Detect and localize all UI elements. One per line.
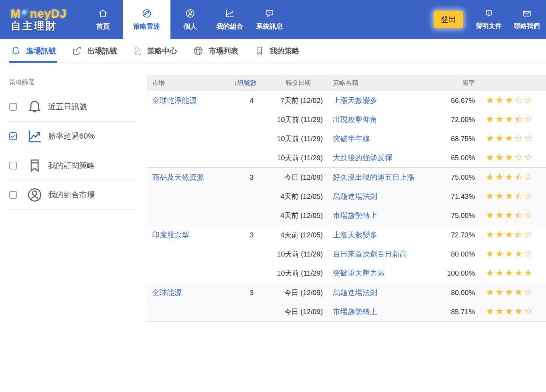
filter-sidebar: 策略篩選 近五日訊號勝率超過60%我的訂閱策略我的組合市場: [0, 63, 135, 210]
star-rating: ★★★☆☆: [485, 133, 546, 144]
star-full-icon: ★: [485, 268, 495, 278]
filter-line-chart: 勝率超過60%: [9, 122, 135, 151]
strategy-link[interactable]: 出現攻擊仰角: [333, 115, 377, 123]
filter-checkbox[interactable]: [9, 103, 17, 111]
table-row: 10天前 (11/29)大跌後的強勢反彈65.00%★★★☆☆: [147, 148, 546, 167]
market-group: 商品及天然資源3今日 (12/09)好久沒出現的連五日上漲75.00%★★★☆★…: [147, 168, 546, 225]
win-rate: 75.00%: [425, 212, 475, 220]
strategy-link[interactable]: 上漲天數變多: [333, 96, 377, 104]
globe-icon: [193, 45, 204, 56]
market-link[interactable]: 印度股票型: [152, 231, 189, 239]
star-full-icon: ★: [514, 249, 523, 259]
win-rate: 75.00%: [425, 173, 475, 181]
col-header-market: 市場: [147, 79, 225, 87]
brand-logo[interactable]: MneyDJ 自主理財: [0, 0, 83, 39]
strategy-link[interactable]: 突破半年線: [333, 134, 370, 143]
col-header-signals-sort[interactable]: ↓訊號數: [225, 79, 256, 87]
top-header: MneyDJ 自主理財 首頁策略雷達個人我的組合系統訊息 登出 聲明文件: [0, 0, 546, 39]
star-empty-icon: ☆: [523, 191, 533, 202]
star-full-icon: ★: [485, 172, 495, 183]
info-bubble-icon: [484, 9, 494, 19]
star-half-icon: ☆★: [514, 172, 523, 183]
signals-table: 市場 ↓訊號數 觸發日期 策略名稱 勝率 全球乾淨能源47天前 (12/02)上…: [147, 75, 546, 322]
logout-button[interactable]: 登出: [434, 11, 463, 28]
win-rate: 85.71%: [425, 308, 475, 316]
filter-label: 我的訂閱策略: [48, 160, 95, 171]
subnav-bell[interactable]: 進場訊號: [9, 39, 57, 63]
bookmark-tag-icon: [25, 156, 44, 175]
table-row: 4天前 (12/05)市場趨勢轉上75.00%★★★☆★☆: [147, 206, 546, 225]
filter-checkbox[interactable]: [9, 162, 17, 169]
star-full-icon: ★: [485, 306, 495, 317]
market-link[interactable]: 商品及天然資源: [152, 173, 204, 181]
top-nav-home[interactable]: 首頁: [83, 0, 123, 39]
trigger-date: 10天前 (11/29): [256, 134, 323, 144]
subnav-knight[interactable]: ♘策略中心: [132, 39, 178, 63]
star-full-icon: ★: [504, 268, 514, 278]
strategy-link[interactable]: 烏龜進場法則: [333, 288, 377, 296]
table-row: 今日 (12/09)市場趨勢轉上85.71%★★★★☆: [147, 302, 546, 321]
signal-count: 3: [225, 289, 256, 297]
top-nav-radar[interactable]: 策略雷達: [123, 0, 170, 39]
top-nav-message[interactable]: 系統訊息: [250, 0, 289, 39]
star-empty-icon: ☆: [523, 306, 533, 317]
star-full-icon: ★: [495, 152, 504, 163]
trigger-date: 10天前 (11/29): [256, 115, 323, 125]
star-full-icon: ★: [514, 306, 523, 317]
star-rating: ★★★☆★☆: [485, 172, 546, 183]
win-rate: 72.73%: [425, 231, 475, 239]
win-rate: 72.00%: [425, 116, 475, 124]
star-full-icon: ★: [485, 287, 495, 298]
strategy-link[interactable]: 突破重大壓力區: [333, 269, 385, 277]
strategy-link[interactable]: 上漲天數變多: [333, 231, 377, 239]
strategy-link[interactable]: 烏龜進場法則: [333, 192, 377, 200]
contact-us-button[interactable]: 聯絡我們: [514, 9, 540, 30]
star-rating: ★★★☆★☆: [485, 191, 546, 202]
star-rating: ★★★☆★☆: [485, 230, 546, 240]
strategy-link[interactable]: 市場趨勢轉上: [333, 307, 377, 316]
bookmark-icon: [254, 45, 265, 56]
top-nav-person[interactable]: 個人: [170, 0, 210, 39]
table-row: 全球乾淨能源47天前 (12/02)上漲天數變多66.67%★★★☆☆: [147, 91, 546, 110]
market-link[interactable]: 全球能源: [152, 288, 182, 296]
trigger-date: 4天前 (12/05): [256, 192, 323, 201]
trigger-date: 今日 (12/09): [256, 173, 323, 182]
home-icon: [98, 8, 108, 19]
strategy-link[interactable]: 好久沒出現的連五日上漲: [333, 173, 414, 181]
subnav-label: 我的策略: [270, 46, 300, 56]
statement-docs-button[interactable]: 聲明文件: [476, 9, 501, 30]
star-full-icon: ★: [504, 133, 514, 144]
strategy-link[interactable]: 大跌後的強勢反彈: [333, 154, 392, 162]
trigger-date: 10天前 (11/29): [256, 153, 323, 163]
subnav-bookmark[interactable]: 我的策略: [253, 39, 301, 63]
star-empty-icon: ☆: [523, 230, 533, 240]
filter-label: 我的組合市場: [48, 190, 95, 200]
subnav-globe[interactable]: 市場列表: [192, 39, 239, 63]
star-full-icon: ★: [514, 268, 523, 278]
star-empty-icon: ☆: [523, 95, 533, 106]
star-full-icon: ★: [504, 210, 514, 221]
line-chart-icon: [25, 127, 44, 145]
subnav-exit-signal[interactable]: 出場訊號: [70, 39, 118, 63]
portfolio-chart-icon: [225, 8, 235, 19]
bell-icon: [10, 45, 21, 56]
market-link[interactable]: 全球乾淨能源: [152, 96, 197, 104]
star-full-icon: ★: [485, 210, 495, 221]
brand-subtitle: 自主理財: [11, 21, 83, 31]
market-group: 全球乾淨能源47天前 (12/02)上漲天數變多66.67%★★★☆☆10天前 …: [147, 91, 546, 168]
star-full-icon: ★: [523, 268, 533, 278]
col-header-strategy: 策略名稱: [323, 79, 425, 87]
strategy-link[interactable]: 百日來首次創百日新高: [333, 250, 407, 258]
top-nav-label: 個人: [184, 22, 197, 31]
star-full-icon: ★: [504, 306, 514, 317]
trigger-date: 10天前 (11/29): [256, 269, 323, 278]
filter-checkbox[interactable]: [9, 191, 17, 199]
star-full-icon: ★: [485, 133, 495, 144]
filter-checkbox[interactable]: [9, 132, 17, 140]
strategy-link[interactable]: 市場趨勢轉上: [333, 211, 377, 219]
table-header-row: 市場 ↓訊號數 觸發日期 策略名稱 勝率: [147, 75, 546, 91]
top-nav-portfolio-chart[interactable]: 我的組合: [210, 0, 250, 39]
top-nav-label: 首頁: [96, 22, 110, 31]
trigger-date: 10天前 (11/29): [256, 249, 323, 259]
sidebar-title: 策略篩選: [9, 78, 135, 92]
